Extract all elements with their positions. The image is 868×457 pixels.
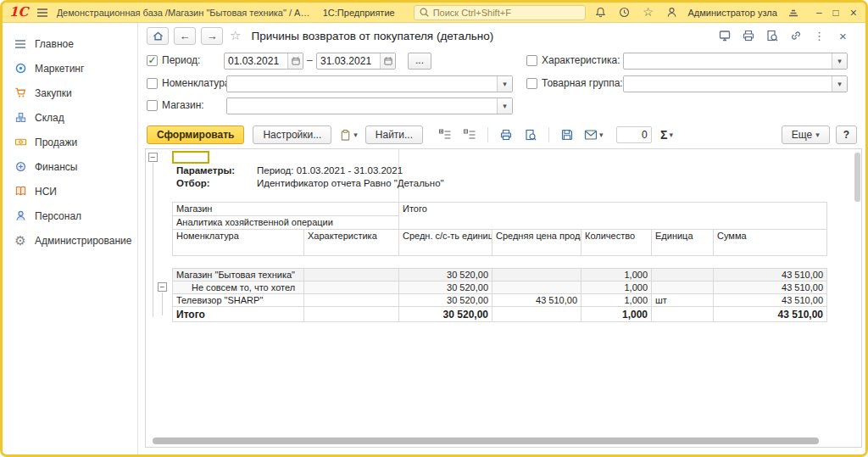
collapse-columns-button[interactable]: − [148, 153, 158, 162]
book-icon [14, 185, 27, 198]
settings-button[interactable]: Настройки... [253, 125, 331, 144]
user-button[interactable] [664, 5, 679, 20]
connection-quality-button[interactable] [786, 5, 801, 20]
store-checkbox[interactable] [147, 100, 158, 111]
params-value[interactable]: Период: 01.03.2021 - 31.03.2021 [257, 164, 403, 177]
app-window: 1С Демонстрационная база /Магазин "Бытов… [0, 0, 868, 457]
favorite-star-icon[interactable]: ☆ [230, 28, 241, 43]
main-menu-button[interactable] [35, 5, 49, 20]
home-button[interactable] [147, 27, 169, 45]
table-row[interactable]: Магазин "Бытовая техника" 30 520,00 1,00… [173, 269, 827, 281]
filter-label[interactable]: Отбор: [176, 177, 257, 190]
product-group-input[interactable]: ▾ [623, 75, 848, 92]
sidebar-item-main[interactable]: Главное [3, 31, 137, 56]
home-icon [152, 30, 164, 42]
header-store[interactable]: Магазин [173, 203, 399, 216]
history-button[interactable] [616, 5, 632, 20]
period-variants-button[interactable]: ... [408, 53, 431, 70]
table-row[interactable]: Не совсем то, что хотел 30 520,00 1,000 … [173, 281, 827, 294]
send-email-button[interactable]: ▾ [582, 125, 605, 144]
col-header[interactable]: Номенклатура [173, 230, 304, 256]
gear-icon: ⚙ [14, 234, 27, 248]
chevron-down-icon[interactable]: ▾ [832, 76, 847, 92]
current-user-label: Администратор узла [687, 8, 776, 18]
open-in-window-icon[interactable] [717, 29, 732, 43]
quick-settings-button[interactable]: ▾ [337, 125, 359, 144]
period-to-field[interactable]: 31.03.2021 [316, 53, 396, 70]
calendar-icon[interactable] [380, 53, 395, 69]
maximize-button[interactable]: □ [833, 8, 839, 18]
collapse-group-button[interactable]: − [158, 282, 167, 292]
col-header[interactable]: Количество [581, 230, 652, 256]
header-analytics[interactable]: Аналитика хозяйственной операции [173, 216, 399, 230]
table-row[interactable]: Телевизор "SHARP" 30 520,00 43 510,00 1,… [173, 294, 827, 307]
nomenclature-input[interactable]: ▾ [226, 75, 513, 92]
sidebar-item-marketing[interactable]: Маркетинг [3, 56, 137, 81]
global-search[interactable] [414, 5, 587, 20]
filter-value[interactable]: Идентификатор отчета Равно "Детально" [257, 177, 444, 190]
print-icon[interactable] [741, 29, 755, 43]
vertical-scrollbar[interactable] [854, 151, 860, 435]
period-label: Период: [162, 54, 200, 67]
favorites-button[interactable]: ☆ [640, 5, 655, 20]
col-header[interactable]: Средняя цена продажи [492, 230, 581, 256]
save-button[interactable] [558, 125, 576, 144]
window-controls: – □ × [816, 8, 857, 18]
help-button[interactable]: ? [836, 125, 857, 144]
selection-sum-field[interactable]: 0 [616, 126, 652, 143]
1c-logo: 1С [9, 6, 28, 19]
notifications-button[interactable] [593, 5, 608, 20]
collapse-groups-button[interactable] [460, 125, 479, 144]
search-input[interactable] [433, 8, 581, 18]
report-spreadsheet[interactable]: − − Параметры: Период: 01.03.2021 - 31.0… [145, 148, 862, 448]
chevron-down-icon[interactable]: ▾ [497, 76, 512, 92]
generate-button[interactable]: Сформировать [147, 125, 244, 144]
header-total[interactable]: Итого [399, 203, 827, 230]
horizontal-scroll-thumb[interactable] [153, 437, 819, 444]
selected-cell[interactable] [172, 151, 209, 164]
more-icon[interactable]: ⋮ [812, 29, 826, 43]
col-header[interactable]: Характеристика [304, 230, 399, 256]
titlebar: 1С Демонстрационная база /Магазин "Бытов… [3, 3, 865, 23]
params-label[interactable]: Параметры: [176, 164, 257, 177]
minimize-button[interactable]: – [816, 8, 822, 18]
nomenclature-checkbox[interactable] [147, 78, 158, 89]
sidebar-item-administration[interactable]: ⚙ Администрирование [3, 228, 137, 253]
horizontal-scrollbar[interactable] [153, 437, 839, 444]
print-button[interactable] [497, 125, 515, 144]
close-window-button[interactable]: × [850, 8, 857, 18]
col-header[interactable]: Единица [652, 230, 714, 256]
calendar-icon[interactable] [287, 53, 303, 69]
more-button[interactable]: Еще ▾ [782, 125, 830, 144]
find-button[interactable]: Найти... [365, 125, 423, 144]
sidebar-item-warehouse[interactable]: Склад [3, 105, 137, 130]
characteristic-checkbox[interactable] [526, 55, 537, 66]
window-title: Демонстрационная база /Магазин "Бытовая … [57, 8, 314, 18]
chevron-down-icon[interactable]: ▾ [497, 98, 512, 114]
period-dash: – [307, 54, 313, 66]
sidebar-item-finance[interactable]: Финансы [3, 154, 137, 179]
chevron-down-icon[interactable]: ▾ [832, 53, 847, 69]
store-input[interactable]: ▾ [226, 98, 513, 114]
sidebar-item-nsi[interactable]: НСИ [3, 179, 137, 203]
sidebar-item-personnel[interactable]: Персонал [3, 203, 137, 228]
period-from-field[interactable]: 01.03.2021 [224, 53, 303, 70]
bell-icon [594, 6, 607, 19]
back-button[interactable]: ← [174, 27, 196, 45]
period-checkbox[interactable]: ✓ [147, 55, 158, 66]
table-total-row[interactable]: Итого 30 520,00 1,000 43 510,00 [173, 307, 827, 322]
preview-icon[interactable] [765, 29, 779, 43]
sidebar-item-purchases[interactable]: Закупки [3, 81, 137, 105]
col-header[interactable]: Сумма [714, 230, 827, 256]
close-form-icon[interactable]: × [836, 29, 850, 43]
expand-groups-button[interactable] [436, 125, 454, 144]
forward-button[interactable]: → [201, 27, 223, 45]
characteristic-input[interactable]: ▾ [623, 53, 848, 70]
sum-button[interactable]: Σ ▾ [658, 125, 676, 144]
vertical-scroll-thumb[interactable] [854, 153, 860, 202]
link-icon[interactable] [788, 29, 803, 43]
col-header[interactable]: Средн. с/с-ть единицы [399, 230, 492, 256]
product-group-checkbox[interactable] [526, 78, 537, 89]
sidebar-item-sales[interactable]: Продажи [3, 130, 137, 154]
print-preview-button[interactable] [521, 125, 540, 144]
